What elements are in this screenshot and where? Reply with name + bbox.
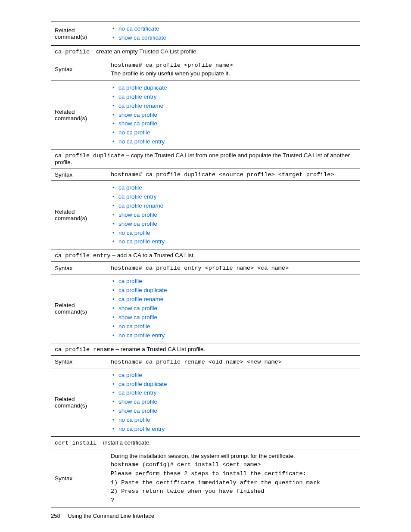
command-description: ca profile – create an empty Trusted CA … — [51, 45, 360, 58]
syntax-code: 1) Paste the certificate immediately aft… — [111, 479, 320, 486]
table-row: ca profile entry – add a CA to a Trusted… — [51, 249, 360, 262]
syntax-note: The profile is only useful when you popu… — [111, 70, 230, 77]
row-label: Syntax — [51, 355, 107, 368]
command-name: cert install — [55, 440, 97, 446]
list-item[interactable]: ca profile rename — [112, 202, 356, 211]
list-item[interactable]: show ca profile — [112, 304, 356, 313]
link-list: no ca certificate show ca certificate — [111, 25, 356, 43]
list-item[interactable]: ca profile rename — [112, 295, 356, 304]
command-name: ca profile entry — [55, 252, 111, 259]
list-item[interactable]: show ca profile — [112, 313, 356, 322]
command-desc-text: – add a CA to a Trusted CA List. — [111, 252, 195, 258]
list-item[interactable]: show ca profile — [112, 220, 356, 229]
table-row: Syntax During the installation session, … — [51, 449, 360, 507]
table-row: Related command(s) ca profile ca profile… — [51, 368, 360, 436]
table-row: Syntax hostname# ca profile rename <old … — [51, 355, 360, 368]
link-list: ca profile duplicate ca profile entry ca… — [111, 84, 356, 146]
table-row: cert install – install a certificate. — [51, 436, 360, 449]
table-row: Related command(s) ca profile ca profile… — [51, 181, 360, 249]
list-item[interactable]: show ca profile — [112, 398, 356, 407]
table-row: Syntax hostname# ca profile entry <profi… — [51, 262, 360, 274]
footer-title: Using the Command Line Interface — [68, 513, 154, 519]
list-item[interactable]: no ca profile entry — [112, 331, 356, 340]
command-desc-text: – create an empty Trusted CA List profil… — [90, 48, 198, 55]
command-description: ca profile entry – add a CA to a Trusted… — [51, 249, 360, 262]
list-item[interactable]: show ca certificate — [112, 34, 356, 43]
list-item[interactable]: no ca profile — [112, 229, 356, 238]
syntax-code: hostname (config)# cert install <cert na… — [111, 461, 261, 468]
page-number: 258 — [51, 513, 60, 519]
table-row: ca profile duplicate – copy the Trusted … — [51, 149, 360, 168]
row-label: Related command(s) — [51, 274, 107, 343]
row-label: Related command(s) — [51, 181, 107, 249]
list-item[interactable]: ca profile entry — [112, 389, 356, 398]
row-content: hostname# ca profile <profile name> The … — [107, 58, 360, 81]
row-label: Syntax — [51, 168, 107, 181]
row-content: hostname# ca profile rename <old name> <… — [107, 355, 360, 368]
command-desc-text: – install a certificate. — [97, 439, 151, 446]
list-item[interactable]: ca profile — [112, 371, 356, 380]
command-name: ca profile rename — [55, 346, 114, 353]
link-list: ca profile ca profile duplicate ca profi… — [111, 277, 356, 340]
list-item[interactable]: no ca profile — [112, 322, 356, 331]
syntax-code: 2) Press return twice when you have fini… — [111, 488, 264, 495]
row-label: Related command(s) — [51, 81, 107, 149]
list-item[interactable]: show ca profile — [112, 119, 356, 128]
table-row: Related command(s) ca profile duplicate … — [51, 81, 360, 149]
row-content: ca profile duplicate ca profile entry ca… — [107, 81, 360, 149]
table-row: Syntax hostname# ca profile duplicate <s… — [51, 168, 360, 181]
command-description: ca profile rename – rename a Trusted CA … — [51, 343, 360, 355]
list-item[interactable]: no ca profile entry — [112, 237, 356, 246]
syntax-code: Please perform these 2 steps to install … — [111, 470, 306, 477]
list-item[interactable]: no ca profile — [112, 416, 356, 425]
document-page: Related command(s) no ca certificate sho… — [0, 0, 411, 532]
row-content: hostname# ca profile duplicate <source p… — [107, 168, 360, 181]
list-item[interactable]: show ca profile — [112, 211, 356, 220]
row-label: Syntax — [51, 58, 107, 81]
list-item[interactable]: ca profile entry — [112, 193, 356, 202]
list-item[interactable]: ca profile duplicate — [112, 84, 356, 93]
command-desc-text: – rename a Trusted CA List profile. — [114, 346, 206, 352]
list-item[interactable]: no ca profile — [112, 128, 356, 137]
command-table: Related command(s) no ca certificate sho… — [51, 22, 360, 507]
row-label: Syntax — [51, 449, 107, 507]
command-description: cert install – install a certificate. — [51, 436, 360, 449]
list-item[interactable]: no ca profile entry — [112, 137, 356, 146]
syntax-code: hostname# ca profile rename <old name> <… — [111, 359, 282, 365]
row-content: During the installation session, the sys… — [107, 449, 360, 507]
row-label: Syntax — [51, 262, 107, 274]
command-name: ca profile — [55, 49, 90, 55]
list-item[interactable]: no ca certificate — [112, 25, 356, 34]
list-item[interactable]: no ca profile entry — [112, 425, 356, 434]
row-content: ca profile ca profile duplicate ca profi… — [107, 368, 360, 436]
syntax-code: hostname# ca profile duplicate <source p… — [111, 171, 334, 178]
link-list: ca profile ca profile entry ca profile r… — [111, 184, 356, 246]
table-row: Related command(s) no ca certificate sho… — [51, 22, 360, 46]
list-item[interactable]: show ca profile — [112, 111, 356, 120]
row-content: ca profile ca profile duplicate ca profi… — [107, 274, 360, 343]
row-content: no ca certificate show ca certificate — [107, 22, 360, 46]
link-list: ca profile ca profile duplicate ca profi… — [111, 371, 356, 434]
list-item[interactable]: ca profile duplicate — [112, 286, 356, 295]
command-description: ca profile duplicate – copy the Trusted … — [51, 149, 360, 168]
page-footer: 258 Using the Command Line Interface — [51, 513, 154, 519]
table-row: ca profile rename – rename a Trusted CA … — [51, 343, 360, 355]
list-item[interactable]: ca profile — [112, 277, 356, 286]
syntax-code: ? — [111, 497, 114, 504]
list-item[interactable]: ca profile — [112, 184, 356, 193]
list-item[interactable]: ca profile rename — [112, 102, 356, 111]
row-content: ca profile ca profile entry ca profile r… — [107, 181, 360, 249]
list-item[interactable]: ca profile entry — [112, 93, 356, 102]
syntax-code: hostname# ca profile entry <profile name… — [111, 265, 289, 271]
list-item[interactable]: ca profile duplicate — [112, 380, 356, 389]
syntax-note: During the installation session, the sys… — [111, 453, 295, 459]
row-label: Related command(s) — [51, 368, 107, 436]
list-item[interactable]: show ca profile — [112, 407, 356, 416]
table-row: Related command(s) ca profile ca profile… — [51, 274, 360, 343]
row-label: Related command(s) — [51, 22, 107, 46]
row-content: hostname# ca profile entry <profile name… — [107, 262, 360, 274]
table-row: Syntax hostname# ca profile <profile nam… — [51, 58, 360, 81]
command-name: ca profile duplicate — [55, 152, 125, 159]
table-row: ca profile – create an empty Trusted CA … — [51, 45, 360, 58]
syntax-code: hostname# ca profile <profile name> — [111, 62, 233, 68]
